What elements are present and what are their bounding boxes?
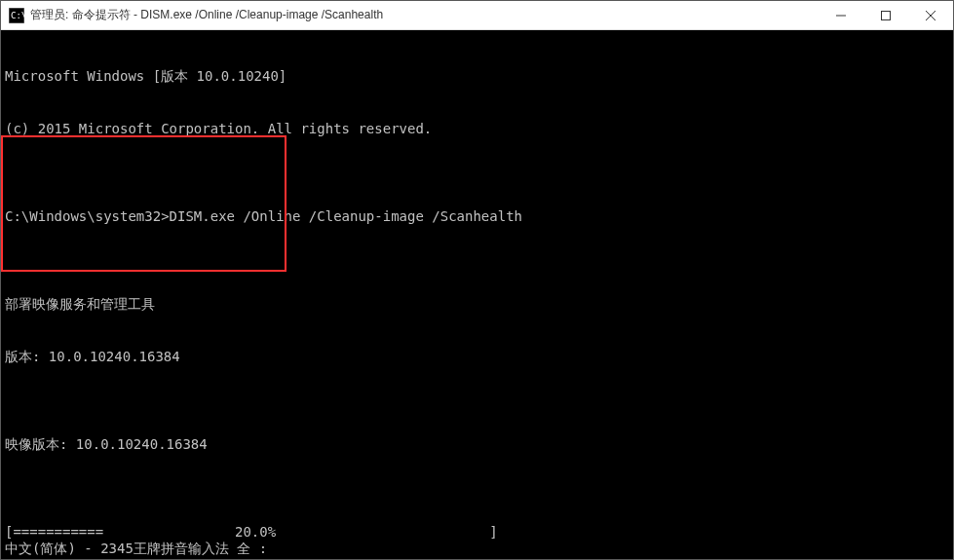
terminal-line: (c) 2015 Microsoft Corporation. All righ… [5, 120, 949, 137]
minimize-button[interactable] [819, 1, 863, 29]
progress-line: [=========== 20.0% ] [5, 523, 949, 541]
ime-status: 中文(简体) - 2345王牌拼音输入法 全 : [5, 540, 267, 557]
highlight-annotation [1, 135, 286, 272]
terminal-line: C:\Windows\system32>DISM.exe /Online /Cl… [5, 207, 949, 225]
svg-rect-3 [882, 11, 891, 19]
terminal-area[interactable]: Microsoft Windows [版本 10.0.10240] (c) 20… [1, 30, 953, 559]
close-button[interactable] [908, 1, 953, 29]
svg-text:C:\: C:\ [11, 11, 24, 20]
window-title: 管理员: 命令提示符 - DISM.exe /Online /Cleanup-i… [30, 7, 819, 23]
cmd-icon: C:\ [9, 8, 24, 23]
window-controls [819, 1, 953, 29]
terminal-line: 映像版本: 10.0.10240.16384 [5, 435, 949, 453]
terminal-line: Microsoft Windows [版本 10.0.10240] [5, 67, 949, 85]
terminal-line: 部署映像服务和管理工具 [5, 295, 949, 313]
terminal-line: 版本: 10.0.10240.16384 [5, 348, 949, 365]
maximize-button[interactable] [863, 1, 908, 29]
titlebar[interactable]: C:\ 管理员: 命令提示符 - DISM.exe /Online /Clean… [1, 1, 953, 30]
command-prompt-window: C:\ 管理员: 命令提示符 - DISM.exe /Online /Clean… [0, 0, 954, 560]
